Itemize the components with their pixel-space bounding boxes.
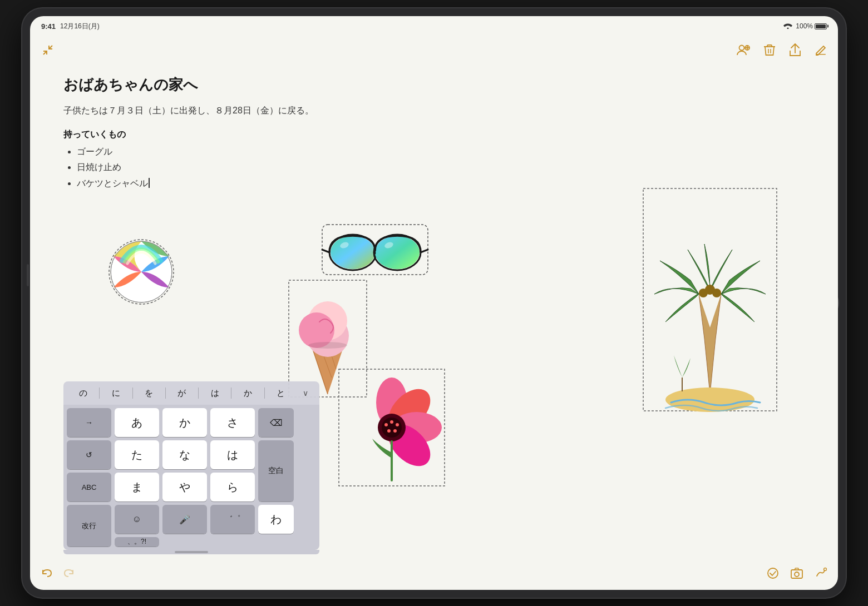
key-ma[interactable]: ま	[115, 473, 159, 501]
side-button[interactable]	[27, 264, 29, 286]
suggestions-expand[interactable]: ∨	[297, 385, 314, 401]
suggestion-と[interactable]: と	[267, 386, 295, 401]
suggestion-の[interactable]: の	[69, 386, 97, 401]
palm-tree-sticker	[638, 183, 782, 416]
svg-rect-9	[816, 54, 826, 55]
toolbar	[30, 36, 838, 64]
note-subtitle: 持っていくもの	[63, 129, 805, 141]
key-space[interactable]: 空白	[258, 440, 294, 501]
wifi-icon	[783, 22, 792, 31]
separator-2	[132, 388, 133, 399]
keyboard-bottom-handle	[63, 550, 319, 554]
key-ha[interactable]: は	[210, 440, 255, 469]
svg-point-42	[387, 429, 391, 433]
key-a[interactable]: あ	[115, 408, 159, 437]
done-button[interactable]	[767, 567, 779, 579]
battery-icon	[815, 23, 827, 29]
svg-line-20	[322, 250, 329, 252]
key-ra[interactable]: ら	[210, 473, 255, 501]
ipad-screen: 9:41 12月16日(月) 100%	[30, 16, 838, 590]
key-mic[interactable]: 🎤	[162, 505, 207, 534]
key-ta[interactable]: た	[115, 440, 159, 469]
svg-point-48	[824, 568, 827, 571]
svg-point-43	[393, 429, 397, 433]
key-wa[interactable]: わ	[258, 505, 294, 534]
collapse-icon[interactable]	[41, 43, 55, 57]
undo-button[interactable]	[41, 568, 53, 579]
key-ya[interactable]: や	[162, 473, 207, 501]
markup-button[interactable]	[815, 567, 827, 579]
key-abc[interactable]: ABC	[67, 473, 111, 501]
suggestion-を[interactable]: を	[135, 386, 163, 401]
sunglasses-sticker	[319, 222, 431, 277]
key-undo[interactable]: ↺	[67, 440, 111, 469]
redo-button[interactable]	[62, 568, 75, 579]
separator-6	[264, 388, 265, 399]
key-emoji[interactable]: ☺	[115, 505, 159, 534]
svg-point-18	[375, 236, 420, 269]
note-title: おばあちゃんの家へ	[63, 75, 805, 95]
ipad-frame: 9:41 12月16日(月) 100%	[22, 8, 846, 598]
key-na[interactable]: な	[162, 440, 207, 469]
keyboard-drag-handle	[175, 551, 208, 553]
key-enter[interactable]: 改行	[67, 505, 111, 547]
add-person-button[interactable]	[736, 43, 750, 57]
svg-point-2	[739, 46, 744, 51]
separator-4	[198, 388, 199, 399]
status-bar: 9:41 12月16日(月) 100%	[30, 16, 838, 36]
separator-1	[99, 388, 100, 399]
keyboard-main: → あ か さ ⌫ ↺ た な は 空白 ABC ま や ら 改行 ☺ 🎤	[63, 405, 319, 550]
svg-point-40	[390, 420, 393, 424]
battery-indicator: 100%	[796, 22, 827, 30]
key-delete[interactable]: ⌫	[258, 408, 294, 437]
note-body: 子供たちは７月３日（土）に出発し、８月28日（金）に戻る。	[63, 103, 805, 118]
separator-5	[231, 388, 231, 399]
delete-button[interactable]	[763, 43, 776, 57]
bullet-item-2: 日焼け止め	[77, 160, 805, 176]
status-time: 9:41	[41, 22, 56, 31]
keyboard-suggestions: の に を が は か と ∨	[63, 381, 319, 405]
svg-point-39	[384, 423, 388, 426]
flower-sticker	[336, 366, 447, 489]
beach-ball-sticker	[97, 216, 186, 305]
suggestion-は[interactable]: は	[201, 386, 229, 401]
battery-percent: 100%	[796, 22, 813, 30]
key-punctuation[interactable]: 、。?!	[115, 537, 159, 547]
suggestion-に[interactable]: に	[102, 386, 130, 401]
svg-point-26	[712, 289, 721, 297]
camera-button[interactable]	[790, 567, 803, 579]
svg-point-41	[396, 423, 399, 426]
svg-point-47	[795, 572, 799, 577]
key-dakuten[interactable]: ゛゜	[210, 505, 255, 534]
bullet-item-1: ゴーグル	[77, 144, 805, 160]
japanese-keyboard[interactable]: の に を が は か と ∨ → あ か さ	[63, 381, 319, 554]
suggestion-か[interactable]: か	[234, 386, 262, 401]
share-button[interactable]	[789, 43, 801, 57]
key-sa[interactable]: さ	[210, 408, 255, 437]
key-ka[interactable]: か	[162, 408, 207, 437]
bottom-toolbar	[30, 557, 838, 590]
suggestion-が[interactable]: が	[168, 386, 196, 401]
separator-3	[165, 388, 166, 399]
svg-point-45	[768, 568, 778, 578]
status-date: 12月16日(月)	[60, 22, 100, 31]
svg-point-16	[331, 236, 375, 269]
svg-point-32	[308, 342, 347, 349]
compose-button[interactable]	[815, 44, 827, 56]
key-arrow-right[interactable]: →	[67, 408, 111, 437]
svg-line-21	[421, 250, 428, 252]
